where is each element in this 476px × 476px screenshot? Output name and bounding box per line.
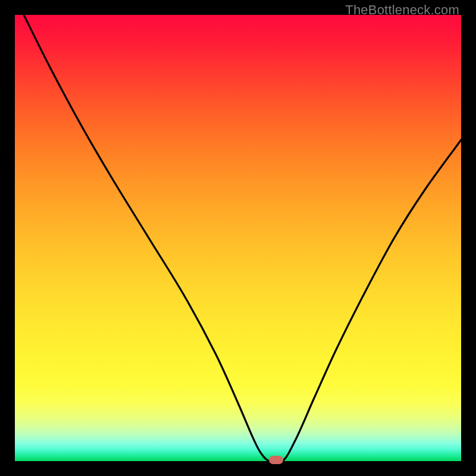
curve-path — [24, 15, 461, 461]
chart-frame: TheBottleneck.com — [0, 0, 476, 476]
plot-area — [15, 15, 461, 461]
bottleneck-curve — [15, 15, 461, 461]
bottleneck-marker — [269, 456, 283, 464]
